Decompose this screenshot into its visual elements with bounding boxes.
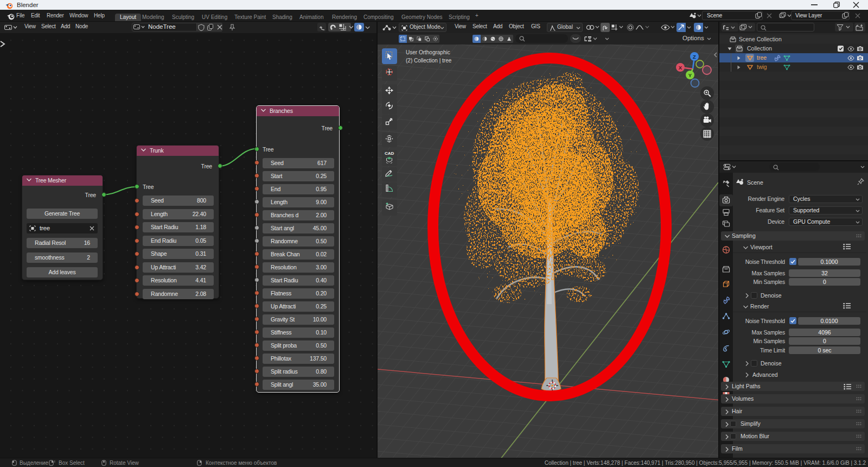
svg-text:X: X bbox=[679, 65, 682, 71]
svg-text:Y: Y bbox=[688, 72, 692, 78]
svg-text:Z: Z bbox=[693, 54, 696, 60]
